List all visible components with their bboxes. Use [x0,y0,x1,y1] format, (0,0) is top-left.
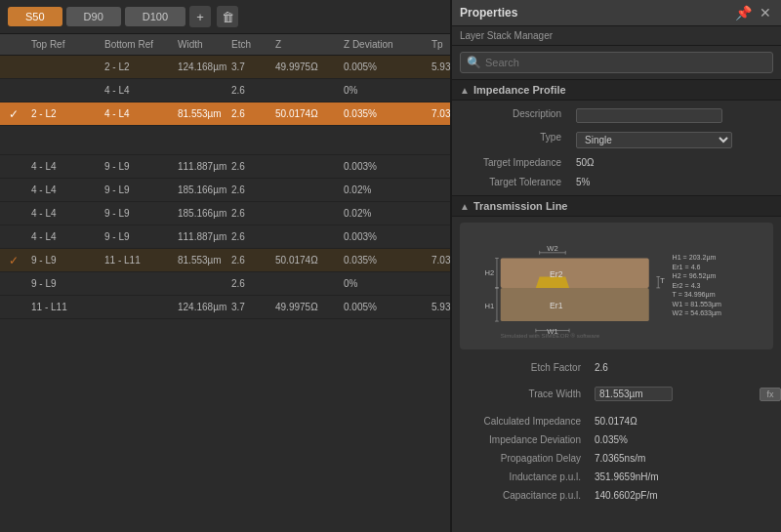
svg-text:W2: W2 [547,244,557,253]
transmission-line-header[interactable]: ▲ Transmission Line [452,195,781,217]
cell-tp: 7.0365ns/m [428,106,450,121]
tab-s50[interactable]: S50 [8,7,62,26]
cell-tp: 5.9346ns/m [428,300,450,314]
type-value: Single Differential Coplanar [570,128,781,152]
cell-width: 185.166µm [174,206,227,221]
svg-text:H2 = 96.52µm: H2 = 96.52µm [673,272,717,280]
table-row[interactable]: ✓ 9 - L9 11 - L11 81.553µm 2.6 50.0174Ω … [0,249,450,272]
collapse-arrow: ▲ [460,85,470,96]
cell-z: 50.0174Ω [271,106,340,121]
cell-width: 185.166µm [174,183,227,197]
target-tolerance-label: Target Tolerance [452,173,569,191]
cell-z [271,212,340,216]
cell-zdev: 0.02% [340,206,428,221]
description-input[interactable] [576,108,722,123]
transmission-section: Er1 Er2 W2 W1 H1 [452,217,781,532]
fx-button[interactable]: fx [760,388,781,401]
tab-d100[interactable]: D100 [125,7,185,26]
cell-bottomref: 4 - L4 [101,83,174,98]
cell-bottomref: 9 - L9 [101,206,174,221]
svg-rect-2 [501,259,649,288]
col-header-bottomref: Bottom Ref [101,37,174,52]
table-row[interactable]: 4 - L4 2.6 0% [0,79,450,102]
cell-z: 50.0174Ω [271,253,340,267]
add-tab-button[interactable]: + [189,6,211,27]
inductance-row: Inductance p.u.l. 351.9659nH/m [452,468,781,486]
cell-zdev: 0.003% [340,229,428,244]
cell-check [0,306,27,309]
cell-topref: 11 - L11 [27,300,101,314]
cell-topref: 4 - L4 [27,229,101,244]
cell-etch: 2.6 [227,159,271,174]
capacitance-value: 140.6602pF/m [589,488,781,503]
cell-width: 81.553µm [174,106,227,121]
svg-text:T = 34.996µm: T = 34.996µm [673,291,716,299]
panel-subtitle: Layer Stack Manager [452,26,781,46]
impedance-profile-fields: Description Type Single Differential Cop… [452,101,781,195]
cell-etch: 2.6 [227,206,271,221]
cell-bottomref: 11 - L11 [101,253,174,267]
cell-z: 49.9975Ω [271,300,340,314]
col-header-width: Width [174,37,227,52]
cell-etch: 2.6 [227,83,271,98]
svg-text:W1 = 81.553µm: W1 = 81.553µm [673,301,722,308]
table-header: Top Ref Bottom Ref Width Etch Z Z Deviat… [0,34,450,56]
cell-width [174,89,227,93]
col-header-check [0,37,27,52]
search-bar[interactable]: 🔍 [460,52,773,73]
col-header-etch: Etch [227,37,271,52]
table-row[interactable] [0,126,450,155]
table-row[interactable]: 4 - L4 9 - L9 185.166µm 2.6 0.02% [0,179,450,202]
svg-text:H1 = 203.2µm: H1 = 203.2µm [673,254,717,262]
target-tolerance-value: 5% [570,173,781,191]
trace-width-value [589,383,758,405]
tab-d90[interactable]: D90 [66,7,121,26]
trace-width-input[interactable] [595,387,673,401]
cell-topref: 4 - L4 [27,183,101,197]
desc-label: Description [452,104,569,127]
cell-zdev: 0% [340,276,428,291]
tab-bar: S50 D90 D100 + 🗑 [0,0,450,34]
table-row[interactable]: ✓ 2 - L2 4 - L4 81.553µm 2.6 50.0174Ω 0.… [0,102,450,126]
cell-check [0,165,27,169]
cell-topref [27,89,101,93]
section-label: Transmission Line [473,200,568,212]
cell-z [271,235,340,239]
right-panel: Properties 📌 ✕ Layer Stack Manager 🔍 ▲ I… [451,0,781,532]
table-row[interactable]: 11 - L11 124.168µm 3.7 49.9975Ω 0.005% 5… [0,296,450,319]
svg-text:W2 = 54.633µm: W2 = 54.633µm [673,309,722,317]
impedance-profile-header[interactable]: ▲ Impedance Profile [452,79,781,101]
table-row[interactable]: 4 - L4 9 - L9 185.166µm 2.6 0.02% [0,202,450,225]
search-input[interactable] [485,57,766,68]
svg-text:Er2 = 4.3: Er2 = 4.3 [673,282,701,290]
impedance-deviation-row: Impedance Deviation 0.035% [452,430,781,449]
table-row[interactable]: 4 - L4 9 - L9 111.887µm 2.6 0.003% [0,155,450,179]
inductance-label: Inductance p.u.l. [452,470,589,484]
cell-etch: 2.6 [227,106,271,121]
svg-text:H2: H2 [484,268,494,277]
cell-etch: 3.7 [227,60,271,74]
cell-etch: 2.6 [227,276,271,291]
cell-bottomref: 9 - L9 [101,229,174,244]
cell-check: ✓ [0,105,27,123]
cell-bottomref: 9 - L9 [101,183,174,197]
collapse-arrow: ▲ [460,201,470,212]
table-row[interactable]: 4 - L4 9 - L9 111.887µm 2.6 0.003% [0,225,450,249]
search-icon: 🔍 [467,56,481,69]
cell-zdev: 0.02% [340,183,428,197]
table-row[interactable]: 2 - L2 124.168µm 3.7 49.9975Ω 0.005% 5.9… [0,56,450,79]
cell-bottomref: 4 - L4 [101,106,174,121]
pin-button[interactable]: 📌 [733,5,754,20]
delete-tab-button[interactable]: 🗑 [217,6,238,27]
type-select[interactable]: Single Differential Coplanar [576,132,732,148]
col-header-topref: Top Ref [27,37,101,52]
close-button[interactable]: ✕ [758,5,773,20]
col-header-z: Z [271,37,340,52]
table-row[interactable]: 9 - L9 2.6 0% [0,272,450,296]
etch-factor-label: Etch Factor [452,358,589,377]
cell-bottomref [101,306,174,309]
cell-tp: 7.0365ns/m [428,253,450,267]
cell-z [271,165,340,169]
target-impedance-value: 50Ω [570,153,781,172]
cell-width: 81.553µm [174,253,227,267]
